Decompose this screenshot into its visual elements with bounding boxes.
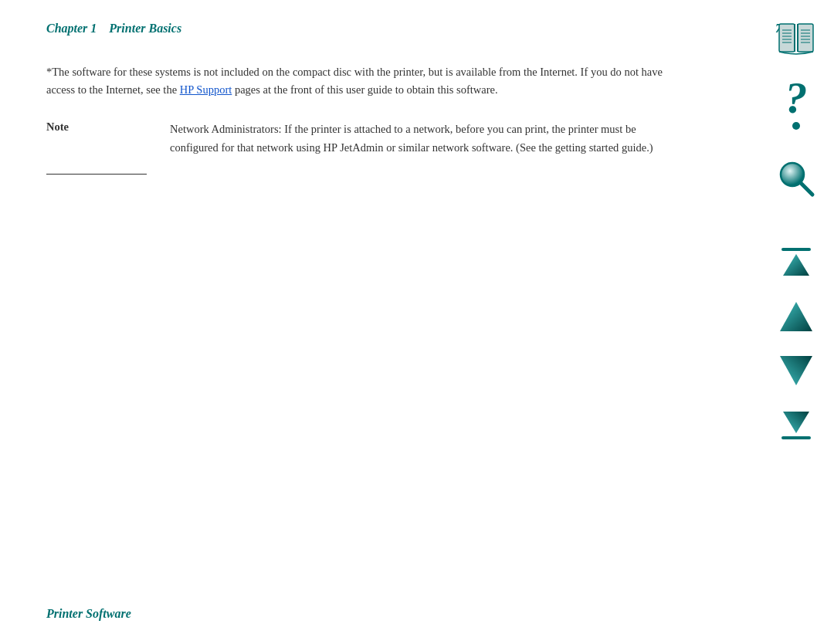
- note-label-column: Note: [46, 120, 170, 175]
- intro-paragraph: *The software for these systems is not i…: [46, 63, 664, 99]
- svg-marker-20: [783, 412, 809, 433]
- book-icon[interactable]: [772, 12, 820, 66]
- next-page-icon[interactable]: [773, 347, 819, 395]
- page-footer: Printer Software: [46, 607, 131, 621]
- main-content: *The software for these systems is not i…: [0, 45, 710, 175]
- footer-label: Printer Software: [46, 607, 131, 620]
- hp-support-link[interactable]: HP Support: [180, 83, 232, 96]
- chapter-title: Printer Basics: [109, 22, 181, 35]
- nav-icons: [773, 239, 819, 453]
- note-label: Note: [46, 120, 170, 134]
- note-section: Note Network Administrators: If the prin…: [46, 120, 664, 175]
- last-page-icon[interactable]: [773, 401, 819, 449]
- prev-page-icon[interactable]: [773, 293, 819, 341]
- page-header: Chapter 1 Printer Basics 73: [0, 0, 834, 45]
- first-page-icon[interactable]: [773, 239, 819, 286]
- search-icon[interactable]: [772, 147, 820, 209]
- svg-rect-0: [779, 24, 795, 52]
- note-divider: [46, 174, 147, 175]
- help-icon[interactable]: ?: [772, 72, 820, 134]
- svg-rect-1: [798, 24, 813, 52]
- note-text: Network Administrators: If the printer i…: [170, 120, 664, 156]
- svg-marker-18: [780, 302, 812, 331]
- svg-marker-17: [783, 254, 809, 276]
- chapter-heading: Chapter 1 Printer Basics: [46, 22, 181, 36]
- svg-line-15: [801, 183, 812, 195]
- sidebar: ?: [772, 12, 820, 453]
- svg-marker-19: [780, 356, 812, 385]
- chapter-label: Chapter 1: [46, 22, 97, 35]
